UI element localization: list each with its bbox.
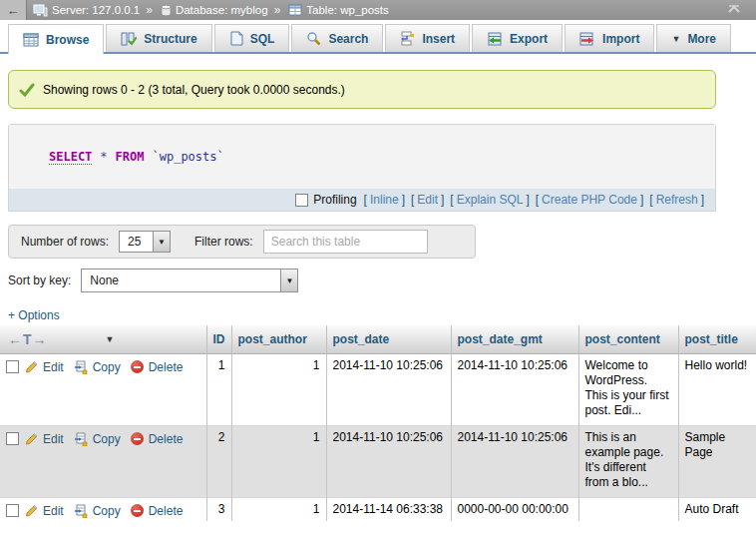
tab-import[interactable]: Import — [565, 24, 654, 52]
bracket: ] — [640, 193, 643, 207]
column-header-post-author[interactable]: post_author — [231, 325, 326, 353]
tab-browse[interactable]: Browse — [8, 24, 104, 54]
back-arrow-icon: ← — [7, 3, 20, 18]
delete-link[interactable]: Delete — [149, 360, 184, 374]
copy-icon[interactable] — [74, 360, 88, 374]
copy-link[interactable]: Copy — [93, 432, 121, 446]
cell-post-title: Sample Page — [678, 425, 756, 497]
options-toggle-link[interactable]: + Options — [8, 308, 60, 322]
cell-post-date-gmt: 0000-00-00 00:00:00 — [451, 497, 578, 521]
column-header-post-date-gmt[interactable]: post_date_gmt — [451, 325, 578, 353]
chevron-down-icon: ▼ — [280, 270, 297, 291]
delete-link[interactable]: Delete — [149, 504, 184, 518]
back-arrow-button[interactable]: ← — [0, 0, 27, 20]
edit-pencil-icon[interactable] — [24, 504, 38, 518]
column-header-post-date[interactable]: post_date — [326, 325, 451, 353]
refresh-link[interactable]: Refresh — [656, 193, 698, 207]
breadcrumb-server[interactable]: Server: 127.0.0.1 — [52, 4, 140, 16]
copy-icon[interactable] — [74, 504, 88, 518]
edit-link[interactable]: Edit — [43, 360, 64, 374]
row-checkbox[interactable] — [6, 432, 19, 445]
bracket: [ — [450, 193, 453, 207]
tab-label: Structure — [144, 32, 196, 46]
collapse-panel-icon[interactable] — [726, 4, 742, 14]
profiling-checkbox[interactable] — [295, 194, 308, 207]
table-header-row: ←T→ ▼ ID post_author post_date post_date… — [0, 325, 756, 353]
copy-icon[interactable] — [74, 432, 88, 446]
delete-icon[interactable] — [131, 360, 144, 373]
cell-post-content: This is an example page. It's different … — [578, 425, 678, 497]
table-row: Edit Copy Delete 1 1 2014-11-10 10:25:06… — [0, 353, 756, 425]
row-checkbox[interactable] — [6, 504, 19, 517]
table-row: Edit Copy Delete 3 1 2014-11-14 06:33:38… — [0, 497, 756, 521]
breadcrumb-separator: » — [146, 3, 153, 17]
edit-query-link[interactable]: Edit — [417, 193, 438, 207]
query-options-bar: Profiling [Inline] [Edit] [Explain SQL] … — [9, 189, 715, 211]
move-columns-icon[interactable]: ←T→ — [8, 331, 48, 347]
cell-post-content — [578, 497, 678, 521]
edit-pencil-icon[interactable] — [24, 432, 38, 446]
delete-icon[interactable] — [131, 504, 144, 517]
cell-post-author: 1 — [231, 353, 326, 425]
sort-by-key-select[interactable]: None ▼ — [81, 269, 298, 292]
bracket: [ — [411, 193, 414, 207]
edit-link[interactable]: Edit — [43, 504, 64, 518]
chevron-down-icon: ▼ — [153, 232, 170, 252]
number-of-rows-select[interactable]: 25 ▼ — [119, 231, 171, 253]
explain-sql-link[interactable]: Explain SQL — [457, 193, 524, 207]
structure-icon — [121, 32, 137, 46]
delete-icon[interactable] — [131, 432, 144, 445]
cell-post-date-gmt: 2014-11-10 10:25:06 — [451, 425, 578, 497]
tab-label: More — [687, 32, 716, 46]
row-checkbox[interactable] — [6, 360, 19, 373]
edit-link[interactable]: Edit — [43, 432, 64, 446]
search-icon — [306, 31, 321, 46]
phpmyadmin-window: ← Server: 127.0.0.1 » Database: myblog »… — [0, 0, 756, 541]
bracket: [ — [364, 193, 367, 207]
chevron-down-icon: ▼ — [671, 34, 680, 44]
cell-post-date: 2014-11-10 10:25:06 — [326, 425, 451, 497]
table-icon — [288, 4, 302, 16]
copy-link[interactable]: Copy — [93, 504, 121, 518]
cell-post-title: Auto Draft — [678, 497, 756, 521]
tab-more[interactable]: ▼ More — [656, 24, 731, 52]
breadcrumb-database[interactable]: Database: myblog — [176, 4, 268, 16]
status-message-text: Showing rows 0 - 2 (3 total, Query took … — [43, 83, 345, 97]
breadcrumb: ← Server: 127.0.0.1 » Database: myblog »… — [0, 0, 756, 20]
breadcrumb-separator: » — [274, 3, 281, 17]
sql-star: * — [100, 150, 107, 164]
tab-label: Search — [328, 32, 368, 46]
with-selected-dropdown-icon[interactable]: ▼ — [106, 334, 115, 344]
copy-link[interactable]: Copy — [93, 360, 121, 374]
browse-icon — [23, 33, 39, 47]
results-controls-bar: Number of rows: 25 ▼ Filter rows: — [8, 225, 476, 259]
tab-sql[interactable]: SQL — [214, 24, 290, 52]
column-header-post-title[interactable]: post_title — [678, 325, 756, 353]
tab-bar: Browse Structure SQL Search Insert Expor… — [0, 20, 756, 54]
sql-query-panel: SELECT * FROM `wp_posts` Profiling [Inli… — [8, 124, 716, 212]
number-of-rows-label: Number of rows: — [21, 235, 109, 249]
options-row: + Options — [8, 308, 756, 322]
column-header-id[interactable]: ID — [206, 325, 231, 353]
inline-link[interactable]: Inline — [370, 193, 399, 207]
filter-rows-input[interactable] — [263, 230, 428, 254]
bracket: ] — [441, 193, 444, 207]
cell-id: 1 — [206, 353, 231, 425]
bracket: ] — [526, 193, 529, 207]
sql-identifier: `wp_posts` — [153, 150, 224, 164]
tab-insert[interactable]: Insert — [385, 24, 470, 52]
tab-label: Export — [510, 32, 548, 46]
delete-link[interactable]: Delete — [149, 432, 184, 446]
tab-export[interactable]: Export — [472, 24, 563, 52]
cell-post-date: 2014-11-10 10:25:06 — [326, 353, 451, 425]
column-header-post-content[interactable]: post_content — [578, 325, 678, 353]
create-php-code-link[interactable]: Create PHP Code — [542, 193, 637, 207]
edit-pencil-icon[interactable] — [24, 360, 38, 374]
tab-search[interactable]: Search — [291, 24, 383, 52]
breadcrumb-table[interactable]: Table: wp_posts — [306, 4, 388, 16]
cell-post-title: Hello world! — [678, 353, 756, 425]
tab-structure[interactable]: Structure — [106, 24, 211, 52]
profiling-label: Profiling — [313, 193, 356, 207]
results-table: ←T→ ▼ ID post_author post_date post_date… — [0, 325, 756, 521]
tab-label: Import — [602, 32, 639, 46]
